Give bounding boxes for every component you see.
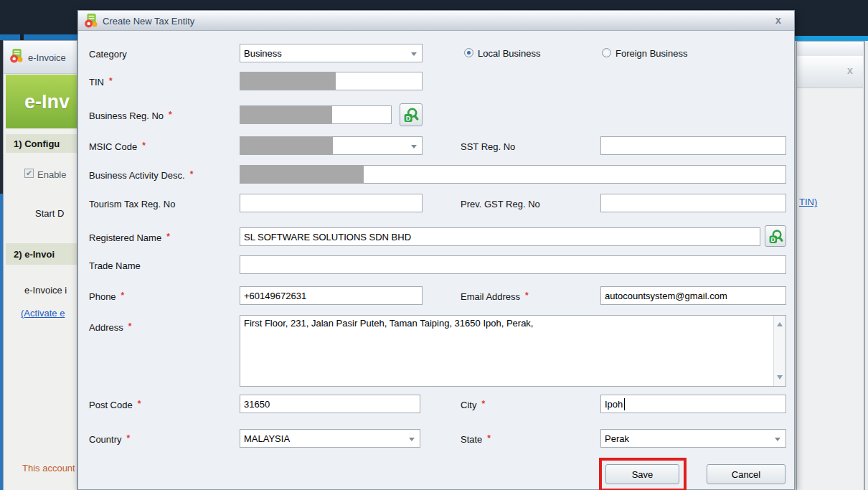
einvoice-header-title: e-Inv (24, 91, 70, 113)
country-value: MALAYSIA (244, 433, 290, 444)
tin-link[interactable]: TIN) (799, 197, 817, 207)
business-reg-lookup-button[interactable]: D (400, 103, 423, 126)
sst-reg-no-label: SST Reg. No (461, 141, 515, 152)
business-reg-no-label: Business Reg. No* (89, 110, 172, 121)
email-label: Email Address* (461, 291, 529, 302)
cancel-button[interactable]: Cancel (707, 464, 786, 484)
chevron-down-icon (411, 52, 417, 56)
msic-code-redacted-value (240, 137, 333, 154)
section-einvoice: 2) e-Invoi (6, 243, 77, 265)
registered-name-input[interactable] (240, 227, 760, 246)
post-code-label: Post Code* (89, 400, 141, 410)
msic-code-dropdown[interactable] (240, 136, 423, 155)
business-activity-label: Business Activity Desc.* (89, 170, 193, 181)
state-dropdown[interactable]: Perak (600, 429, 786, 448)
einvoice-window: e-Invoice e-Inv 1) Configu ✔ Enable Star… (3, 40, 77, 490)
right-background-window: x TIN) (796, 41, 865, 490)
svg-text:D: D (770, 235, 775, 242)
save-button[interactable]: Save (605, 464, 679, 484)
prev-gst-reg-no-input[interactable] (600, 194, 786, 212)
dialog-title: Create New Tax Entity (103, 16, 194, 27)
category-dropdown[interactable]: Business (240, 44, 423, 62)
text-cursor (624, 398, 625, 410)
start-date-label: Start D (35, 208, 64, 219)
right-blue-strip (794, 36, 868, 41)
country-label: Country* (89, 434, 130, 445)
post-code-field[interactable] (240, 395, 420, 413)
country-dropdown[interactable]: MALAYSIA (240, 429, 420, 448)
triangle-down-icon[interactable] (777, 375, 783, 380)
einvoice-info-label: e-Invoice i (24, 285, 67, 296)
sst-reg-no-field[interactable] (601, 137, 786, 154)
d-lookup-search-icon: D (403, 107, 419, 123)
category-label: Category (89, 49, 127, 60)
state-label: State* (461, 434, 491, 445)
tourism-tax-reg-no-field[interactable] (240, 194, 422, 212)
einvoice-window-title: e-Invoice (28, 52, 66, 63)
right-window-titlebar: x (797, 56, 863, 88)
screen: e-Invoice e-Inv 1) Configu ✔ Enable Star… (0, 0, 868, 490)
phone-field[interactable] (240, 287, 422, 304)
section-configuration-title: 1) Configu (14, 138, 60, 149)
chevron-down-icon (775, 438, 780, 441)
business-activity-redacted-value (240, 166, 364, 183)
einvoice-green-header: e-Inv (6, 75, 77, 128)
registered-name-lookup-button[interactable]: D (765, 225, 786, 247)
category-value: Business (244, 48, 282, 59)
city-label: City* (461, 400, 485, 410)
trade-name-input[interactable] (240, 255, 786, 274)
account-notice-text: This account (22, 463, 75, 473)
chevron-down-icon (411, 145, 417, 149)
tourism-tax-reg-no-label: Tourism Tax Reg. No (89, 199, 175, 209)
email-input[interactable] (600, 286, 786, 305)
local-business-radio[interactable] (464, 48, 473, 57)
local-business-label: Local Business (478, 48, 540, 59)
left-blue-strip-notch (20, 34, 24, 40)
right-window-gradient (797, 42, 863, 56)
sst-reg-no-input[interactable] (600, 136, 786, 155)
section-einvoice-title: 2) e-Invoi (14, 249, 55, 260)
city-field[interactable] (601, 395, 786, 413)
triangle-up-icon[interactable] (777, 322, 783, 326)
left-blue-strip (0, 34, 77, 40)
enable-checkbox[interactable]: ✔ (24, 169, 34, 178)
tin-redacted-value (240, 72, 336, 90)
section-configuration: 1) Configu (6, 134, 77, 153)
trade-name-label: Trade Name (89, 260, 141, 271)
phone-input[interactable] (240, 286, 423, 305)
business-activity-input[interactable] (240, 165, 786, 184)
tin-input[interactable] (240, 72, 423, 90)
close-icon[interactable]: x (847, 65, 853, 76)
autocount-app-icon (9, 49, 24, 63)
einvoice-titlebar: e-Invoice (4, 41, 77, 74)
enable-label: Enable (37, 169, 66, 180)
city-input[interactable] (600, 395, 786, 413)
address-field[interactable]: First Floor, 231, Jalan Pasir Puteh, Tam… (240, 316, 773, 386)
address-scrollbar[interactable] (773, 316, 786, 386)
email-field[interactable] (601, 287, 786, 304)
close-icon[interactable]: x (775, 14, 781, 26)
registered-name-label: Registered Name* (89, 232, 170, 243)
chevron-down-icon (409, 438, 415, 441)
prev-gst-reg-no-label: Prev. GST Reg. No (461, 199, 540, 209)
tin-label: TIN* (89, 77, 113, 88)
msic-code-label: MSIC Code* (89, 141, 146, 152)
trade-name-field[interactable] (240, 256, 786, 273)
address-input[interactable]: First Floor, 231, Jalan Pasir Puteh, Tam… (240, 315, 786, 387)
business-reg-no-input[interactable] (240, 105, 392, 124)
svg-text:D: D (406, 115, 411, 122)
business-reg-no-redacted-value (240, 106, 332, 123)
prev-gst-reg-no-field[interactable] (601, 194, 786, 212)
tourism-tax-reg-no-input[interactable] (240, 194, 423, 212)
phone-label: Phone* (89, 291, 124, 302)
foreign-business-label: Foreign Business (615, 48, 687, 59)
d-lookup-search-icon: D (768, 229, 783, 244)
dialog-titlebar[interactable]: Create New Tax Entity x (78, 11, 794, 31)
foreign-business-radio[interactable] (602, 48, 611, 57)
activate-einvoice-link[interactable]: (Activate e (21, 308, 65, 319)
state-value: Perak (605, 433, 629, 444)
post-code-input[interactable] (240, 395, 420, 413)
registered-name-field[interactable] (240, 228, 760, 245)
create-new-tax-entity-dialog: Create New Tax Entity x Category Busines… (77, 10, 795, 490)
address-label: Address* (89, 322, 131, 333)
